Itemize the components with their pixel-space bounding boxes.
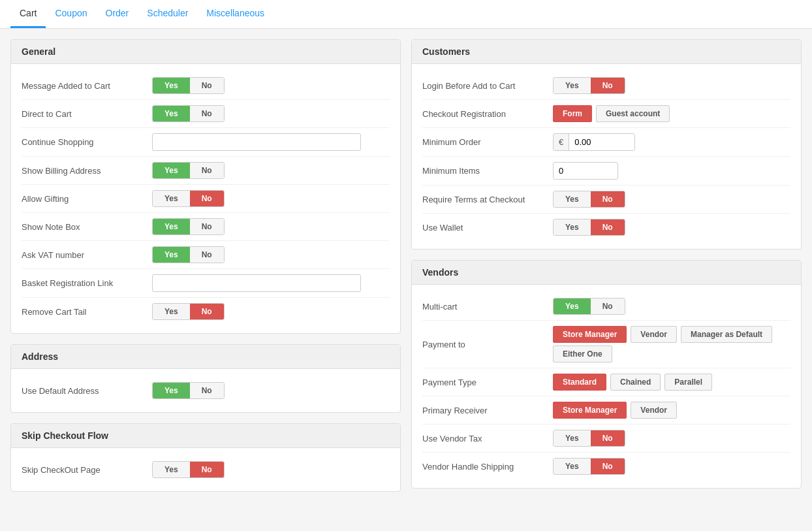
btn-form[interactable]: Form <box>553 105 592 122</box>
toggle-use-vendor-tax: Yes No <box>553 430 625 447</box>
address-panel: Address Use Default Address Yes No <box>10 344 401 413</box>
input-continue-shopping[interactable] <box>152 133 361 151</box>
btn-primary-store-manager[interactable]: Store Manager <box>553 402 627 419</box>
customers-title: Customers <box>412 40 801 64</box>
toggle-yes-message[interactable]: Yes <box>153 78 190 93</box>
toggle-yes-default-addr[interactable]: Yes <box>153 383 190 398</box>
row-primary-receiver: Primary Receiver Store Manager Vendor <box>422 396 790 425</box>
skip-checkout-title: Skip Checkout Flow <box>11 424 400 448</box>
toggle-no-login[interactable]: No <box>591 78 625 93</box>
row-use-default-address: Use Default Address Yes No <box>22 377 390 404</box>
toggle-use-wallet: Yes No <box>553 219 625 236</box>
btn-payment-either-one[interactable]: Either One <box>553 346 612 362</box>
toggle-no-direct[interactable]: No <box>190 106 224 121</box>
address-title: Address <box>11 345 400 369</box>
toggle-no-wallet[interactable]: No <box>591 219 625 235</box>
label-minimum-items: Minimum Items <box>422 166 553 176</box>
btn-standard[interactable]: Standard <box>553 374 606 391</box>
toggle-multi-cart: Yes No <box>553 298 625 315</box>
toggle-remove-cart-tail: Yes No <box>152 303 225 320</box>
toggle-no-cart-tail[interactable]: No <box>190 304 224 319</box>
btn-guest-account[interactable]: Guest account <box>596 105 670 122</box>
customers-panel: Customers Login Before Add to Cart Yes N… <box>411 39 802 249</box>
label-use-default-address: Use Default Address <box>22 386 152 396</box>
toggle-show-billing: Yes No <box>152 162 225 179</box>
toggle-yes-billing[interactable]: Yes <box>153 163 190 178</box>
toggle-yes-vendor-tax[interactable]: Yes <box>554 430 591 446</box>
minimum-items-input[interactable] <box>553 162 618 180</box>
toggle-no-default-addr[interactable]: No <box>190 383 224 398</box>
label-primary-receiver: Primary Receiver <box>422 406 553 415</box>
currency-symbol-euro: € <box>554 134 569 150</box>
toggle-no-skip[interactable]: No <box>190 462 224 477</box>
toggle-message-added-to-cart: Yes No <box>152 77 225 94</box>
toggle-yes-note[interactable]: Yes <box>153 219 190 234</box>
toggle-yes-cart-tail[interactable]: Yes <box>153 304 190 319</box>
label-skip-checkout-page: Skip CheckOut Page <box>22 465 152 475</box>
skip-checkout-panel: Skip Checkout Flow Skip CheckOut Page Ye… <box>10 423 401 492</box>
row-payment-type: Payment Type Standard Chained Parallel <box>422 368 790 396</box>
input-basket-reg-link[interactable] <box>152 274 361 292</box>
label-use-wallet: Use Wallet <box>422 223 553 233</box>
tab-cart[interactable]: Cart <box>10 0 46 28</box>
toggle-allow-gifting: Yes No <box>152 190 225 207</box>
row-minimum-order: Minimum Order € <box>422 128 790 157</box>
label-message-added-to-cart: Message Added to Cart <box>22 81 152 91</box>
row-show-billing: Show Billing Address Yes No <box>22 157 390 185</box>
toggle-yes-vat[interactable]: Yes <box>153 247 190 263</box>
label-checkout-registration: Checkout Registration <box>422 109 553 119</box>
toggle-require-terms: Yes No <box>553 191 625 208</box>
row-message-added-to-cart: Message Added to Cart Yes No <box>22 72 390 100</box>
toggle-no-message[interactable]: No <box>190 78 224 93</box>
toggle-no-billing[interactable]: No <box>190 163 224 178</box>
label-basket-reg-link: Basket Registration Link <box>22 278 152 288</box>
btn-payment-manager-default[interactable]: Manager as Default <box>681 326 772 343</box>
minimum-order-input-wrap: € <box>553 133 635 151</box>
toggle-yes-login[interactable]: Yes <box>554 78 591 93</box>
btn-primary-vendor[interactable]: Vendor <box>631 402 677 419</box>
label-remove-cart-tail: Remove Cart Tail <box>22 307 152 317</box>
btn-payment-store-manager[interactable]: Store Manager <box>553 326 627 343</box>
tab-scheduler[interactable]: Scheduler <box>138 0 197 28</box>
toggle-no-vendor-tax[interactable]: No <box>591 430 625 446</box>
label-show-billing: Show Billing Address <box>22 166 152 176</box>
btn-parallel[interactable]: Parallel <box>664 374 712 391</box>
toggle-yes-terms[interactable]: Yes <box>554 191 591 207</box>
label-require-terms: Require Terms at Checkout <box>422 195 553 204</box>
label-login-before-add: Login Before Add to Cart <box>422 81 553 91</box>
toggle-show-note-box: Yes No <box>152 218 225 235</box>
toggle-no-gifting[interactable]: No <box>190 191 224 206</box>
toggle-no-vat[interactable]: No <box>190 247 224 263</box>
row-continue-shopping: Continue Shopping <box>22 128 390 157</box>
tab-order[interactable]: Order <box>97 0 138 28</box>
toggle-no-vendor-shipping[interactable]: No <box>591 459 625 474</box>
toggle-no-note[interactable]: No <box>190 219 224 234</box>
row-show-note-box: Show Note Box Yes No <box>22 213 390 241</box>
general-panel: General Message Added to Cart Yes No Dir… <box>10 39 401 334</box>
toggle-yes-skip[interactable]: Yes <box>153 462 190 477</box>
row-vendor-handle-shipping: Vendor Handle Shipping Yes No <box>422 453 790 480</box>
toggle-no-multicart[interactable]: No <box>591 298 625 314</box>
tab-miscellaneous[interactable]: Miscellaneous <box>197 0 273 28</box>
minimum-order-input[interactable] <box>569 134 634 150</box>
general-title: General <box>11 40 400 64</box>
toggle-yes-wallet[interactable]: Yes <box>554 219 591 235</box>
tab-coupon[interactable]: Coupon <box>46 0 96 28</box>
label-show-note-box: Show Note Box <box>22 222 152 232</box>
toggle-yes-gifting[interactable]: Yes <box>153 191 190 206</box>
toggle-ask-vat: Yes No <box>152 246 225 263</box>
label-payment-to: Payment to <box>422 340 553 349</box>
btn-chained[interactable]: Chained <box>610 374 661 391</box>
label-payment-type: Payment Type <box>422 378 553 387</box>
vendors-title: Vendors <box>412 261 801 285</box>
toggle-yes-vendor-shipping[interactable]: Yes <box>554 459 591 474</box>
toggle-yes-multicart[interactable]: Yes <box>554 298 591 314</box>
payment-to-group: Store Manager Vendor Manager as Default … <box>553 326 790 362</box>
row-ask-vat: Ask VAT number Yes No <box>22 241 390 269</box>
row-skip-checkout-page: Skip CheckOut Page Yes No <box>22 456 390 483</box>
toggle-skip-checkout: Yes No <box>152 461 225 478</box>
row-minimum-items: Minimum Items <box>422 157 790 185</box>
btn-payment-vendor[interactable]: Vendor <box>631 326 677 343</box>
toggle-yes-direct[interactable]: Yes <box>153 106 190 121</box>
toggle-no-terms[interactable]: No <box>591 191 625 207</box>
